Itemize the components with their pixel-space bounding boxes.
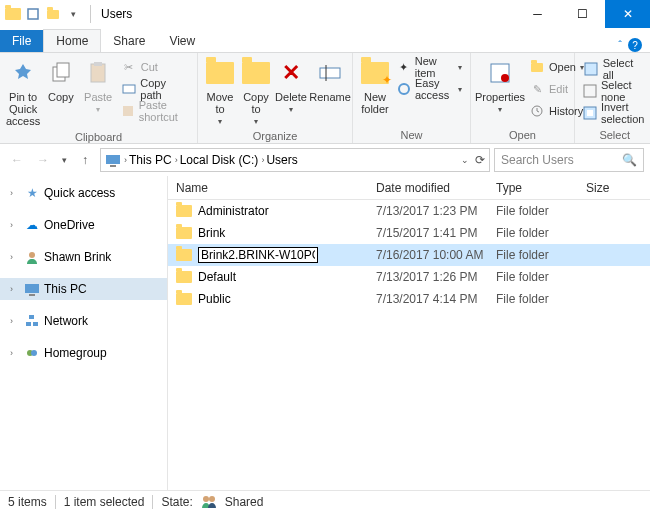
svg-rect-6 — [123, 106, 133, 116]
paste-shortcut-icon — [121, 103, 135, 119]
svg-point-26 — [31, 350, 37, 356]
properties-button[interactable]: Properties ▾ — [475, 55, 525, 116]
tab-home[interactable]: Home — [43, 29, 101, 52]
file-type: File folder — [488, 292, 578, 306]
navigation-pane: ›★Quick access ›☁OneDrive ›Shawn Brink ›… — [0, 176, 168, 490]
cut-button[interactable]: ✂Cut — [121, 57, 189, 77]
refresh-icon[interactable]: ⟳ — [475, 153, 485, 167]
breadcrumb-folder[interactable]: Users — [266, 153, 297, 167]
breadcrumb-pc-icon[interactable]: › — [105, 153, 127, 167]
folder-icon — [176, 271, 192, 283]
svg-rect-22 — [26, 322, 31, 326]
copy-to-icon — [240, 57, 272, 89]
help-icon[interactable]: ? — [628, 38, 642, 52]
col-name[interactable]: Name — [168, 181, 368, 195]
file-row[interactable]: 7/16/2017 10:00 AMFile folder — [168, 244, 650, 266]
column-headers: Name Date modified Type Size — [168, 176, 650, 200]
file-date: 7/16/2017 10:00 AM — [368, 248, 488, 262]
edit-button[interactable]: ✎Edit — [529, 79, 584, 99]
file-row[interactable]: Brink7/15/2017 1:41 PMFile folder — [168, 222, 650, 244]
paste-button[interactable]: Paste ▾ — [80, 55, 117, 116]
move-to-button[interactable]: Move to ▾ — [202, 55, 238, 128]
network-icon — [24, 313, 40, 329]
folder-icon — [176, 205, 192, 217]
svg-point-27 — [203, 496, 209, 502]
svg-rect-17 — [106, 155, 120, 164]
search-placeholder: Search Users — [501, 153, 574, 167]
address-bar[interactable]: › This PC› Local Disk (C:)› Users ⌄ ⟳ — [100, 148, 490, 172]
nav-this-pc[interactable]: ›This PC — [0, 278, 167, 300]
address-row: ← → ▾ ↑ › This PC› Local Disk (C:)› User… — [0, 144, 650, 176]
file-type: File folder — [488, 226, 578, 240]
folder-icon — [176, 293, 192, 305]
tab-file[interactable]: File — [0, 30, 43, 52]
file-name: Default — [198, 270, 236, 284]
address-dropdown-icon[interactable]: ⌄ — [461, 155, 469, 165]
delete-button[interactable]: ✕ Delete ▾ — [274, 55, 308, 116]
new-item-button[interactable]: ✦New item ▾ — [397, 57, 462, 77]
file-date: 7/13/2017 4:14 PM — [368, 292, 488, 306]
tab-view[interactable]: View — [157, 30, 207, 52]
easy-access-button[interactable]: Easy access ▾ — [397, 79, 462, 99]
file-date: 7/13/2017 1:23 PM — [368, 204, 488, 218]
up-button[interactable]: ↑ — [74, 149, 96, 171]
file-row[interactable]: Default7/13/2017 1:26 PMFile folder — [168, 266, 650, 288]
tab-share[interactable]: Share — [101, 30, 157, 52]
close-button[interactable]: ✕ — [605, 0, 650, 28]
svg-rect-24 — [29, 315, 34, 319]
group-label-clipboard: Clipboard — [4, 129, 193, 145]
maximize-button[interactable]: ☐ — [560, 0, 605, 28]
ribbon-collapse-icon[interactable]: ˆ — [618, 39, 622, 51]
svg-rect-20 — [25, 284, 39, 293]
group-label-open: Open — [475, 127, 570, 143]
recent-dropdown[interactable]: ▾ — [58, 149, 70, 171]
breadcrumb-pc[interactable]: This PC› — [129, 153, 178, 167]
nav-quick-access[interactable]: ›★Quick access — [0, 182, 167, 204]
copy-button[interactable]: Copy — [42, 55, 79, 105]
qat-properties-icon[interactable] — [24, 5, 42, 23]
pin-to-quick-access-button[interactable]: Pin to Quick access — [4, 55, 42, 129]
svg-rect-2 — [57, 63, 69, 77]
qat-newfolder-icon[interactable] — [44, 5, 62, 23]
nav-onedrive[interactable]: ›☁OneDrive — [0, 214, 167, 236]
file-date: 7/15/2017 1:41 PM — [368, 226, 488, 240]
edit-icon: ✎ — [529, 81, 545, 97]
col-type[interactable]: Type — [488, 181, 578, 195]
select-none-button[interactable]: Select none — [583, 81, 646, 101]
invert-selection-button[interactable]: Invert selection — [583, 103, 646, 123]
col-date[interactable]: Date modified — [368, 181, 488, 195]
rename-button[interactable]: Rename — [308, 55, 352, 105]
search-box[interactable]: Search Users 🔍 — [494, 148, 644, 172]
copy-to-button[interactable]: Copy to ▾ — [238, 55, 274, 128]
minimize-button[interactable]: ─ — [515, 0, 560, 28]
copy-path-button[interactable]: Copy path — [121, 79, 189, 99]
nav-user[interactable]: ›Shawn Brink — [0, 246, 167, 268]
nav-homegroup[interactable]: ›Homegroup — [0, 342, 167, 364]
ribbon: Pin to Quick access Copy Paste ▾ ✂Cut Co… — [0, 52, 650, 144]
forward-button[interactable]: → — [32, 149, 54, 171]
svg-rect-4 — [94, 62, 102, 66]
qat-dropdown-icon[interactable]: ▾ — [64, 5, 82, 23]
svg-rect-18 — [110, 165, 116, 167]
svg-rect-3 — [91, 64, 105, 82]
rename-input[interactable] — [198, 247, 318, 263]
back-button[interactable]: ← — [6, 149, 28, 171]
select-all-button[interactable]: Select all — [583, 59, 646, 79]
paste-shortcut-button[interactable]: Paste shortcut — [121, 101, 189, 121]
nav-network[interactable]: ›Network — [0, 310, 167, 332]
breadcrumb-drive[interactable]: Local Disk (C:)› — [180, 153, 265, 167]
svg-rect-14 — [584, 85, 596, 97]
file-type: File folder — [488, 204, 578, 218]
file-row[interactable]: Administrator7/13/2017 1:23 PMFile folde… — [168, 200, 650, 222]
col-size[interactable]: Size — [578, 181, 638, 195]
svg-point-28 — [209, 496, 215, 502]
svg-rect-7 — [320, 68, 340, 78]
file-row[interactable]: Public7/13/2017 4:14 PMFile folder — [168, 288, 650, 310]
new-folder-button[interactable]: ✦ New folder — [357, 55, 393, 117]
svg-rect-0 — [28, 9, 38, 19]
status-state-label: State: — [161, 495, 192, 509]
file-type: File folder — [488, 270, 578, 284]
select-none-icon — [583, 83, 597, 99]
svg-point-11 — [501, 74, 509, 82]
copy-icon — [45, 57, 77, 89]
